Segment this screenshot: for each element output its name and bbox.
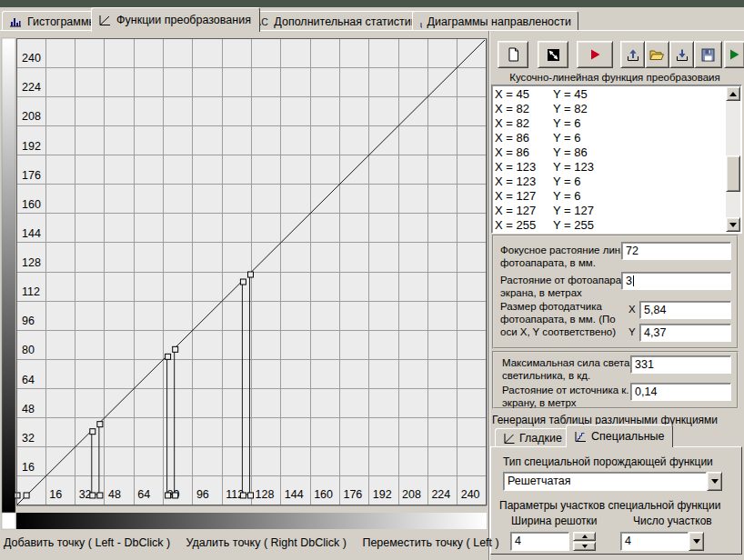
list-item[interactable]: X = 127Y = 6 (495, 189, 725, 204)
arrow-up-icon (729, 92, 737, 96)
horizontal-gradient-bar (16, 513, 487, 529)
svg-text:160: 160 (22, 198, 41, 211)
open-folder-icon (649, 48, 665, 61)
sensor-size-label: Размер фотодатчика фотоапарата, в мм. (П… (500, 300, 616, 338)
text-caret (633, 275, 634, 286)
list-item[interactable]: X = 86Y = 6 (495, 131, 725, 145)
combo-drop-button[interactable] (707, 472, 722, 491)
special-tabpage: Тип специальной порождающей функции Реше… (490, 446, 742, 555)
grid-width-spinner[interactable] (573, 532, 596, 551)
camera-params-groupbox: Фокусное растояние линзы фотоапарата, в … (492, 235, 739, 349)
svg-text:16: 16 (49, 488, 62, 501)
invert-diagonal-icon (547, 48, 560, 62)
svg-text:96: 96 (196, 488, 209, 501)
arrow-up-icon (582, 535, 588, 538)
diagonal-plot-icon (98, 15, 111, 26)
svg-text:192: 192 (373, 488, 392, 501)
svg-text:112: 112 (22, 285, 40, 298)
focal-length-input[interactable]: 72 (621, 242, 731, 260)
max-intensity-input[interactable]: 331 (630, 355, 731, 374)
grid-width-label: Ширина решотки (511, 515, 598, 527)
source-distance-input[interactable]: 0,14 (630, 383, 731, 401)
svg-text:16: 16 (22, 461, 35, 474)
window-top-strip (0, 0, 744, 7)
special-type-combobox[interactable]: Решетчатая (503, 472, 722, 491)
list-item[interactable]: X = 127Y = 127 (495, 204, 725, 218)
scroll-up-button[interactable] (726, 86, 740, 101)
svg-text:240: 240 (22, 52, 41, 65)
svg-text:128: 128 (22, 256, 41, 269)
tab-label: Диаграммы направлености (427, 15, 571, 28)
svg-text:160: 160 (314, 488, 333, 501)
tab-label: Специальные (591, 430, 665, 443)
tab-smooth[interactable]: Гладкие (495, 428, 570, 447)
svg-text:32: 32 (22, 432, 35, 445)
status-add-point: Добавить точку ( Left - DbClick ) (4, 536, 170, 549)
combo-value[interactable]: 4 (620, 532, 689, 551)
export-up-box-button[interactable] (620, 41, 645, 68)
grid-width-input[interactable]: 4 (510, 532, 569, 551)
run-green-button[interactable] (724, 41, 744, 68)
max-intensity-label: Максимальная сила света светильника, в к… (502, 356, 629, 382)
export-up-box-icon (626, 48, 640, 62)
sensor-y-input[interactable]: 4,37 (639, 324, 731, 342)
svg-text:192: 192 (22, 140, 41, 153)
svg-text:80: 80 (22, 344, 35, 356)
svg-text:96: 96 (22, 315, 35, 327)
listbox-scrollbar[interactable] (726, 86, 740, 232)
save-floppy-icon (701, 48, 715, 62)
right-panel: Кусочно-линейная функция преобразоваия X… (488, 31, 744, 560)
tab-label: Дополнительная статистика (274, 15, 422, 28)
special-params-label: Параметры участков специальной функции (499, 499, 720, 512)
new-document-button[interactable] (498, 41, 528, 68)
list-item[interactable]: X = 86Y = 86 (495, 145, 725, 160)
sections-count-combobox[interactable]: 4 (620, 532, 704, 551)
svg-text:240: 240 (461, 488, 480, 501)
sensor-x-input[interactable]: 5,84 (639, 301, 731, 319)
scrollbar-thumb[interactable] (726, 155, 740, 192)
svg-text:144: 144 (285, 488, 304, 501)
list-item[interactable]: X = 255Y = 255 (495, 218, 725, 231)
save-button[interactable] (694, 41, 722, 68)
list-item[interactable]: X = 82Y = 82 (495, 102, 725, 116)
new-document-icon (507, 47, 520, 62)
open-folder-button[interactable] (645, 41, 669, 68)
gradient-corner (2, 513, 15, 529)
spin-up-button[interactable] (573, 532, 596, 541)
import-down-box-button[interactable] (669, 41, 694, 68)
svg-text:208: 208 (22, 110, 41, 123)
combo-drop-button[interactable] (689, 532, 704, 551)
sensor-x-label: X (628, 303, 636, 315)
source-distance-label: Растояние от источника к. экрану, в метр… (502, 384, 629, 409)
list-item[interactable]: X = 123Y = 6 (495, 175, 725, 189)
camera-distance-input[interactable]: 3 (621, 272, 731, 290)
list-item[interactable]: X = 82Y = 6 (495, 116, 725, 131)
statusbar: Добавить точку ( Left - DbClick ) Удалит… (4, 536, 486, 549)
svg-text:64: 64 (137, 488, 150, 501)
svg-text:224: 224 (431, 488, 450, 501)
tab-special[interactable]: Специальные (566, 425, 673, 447)
points-listbox[interactable]: X = 45Y = 45 X = 82Y = 82 X = 82Y = 6 X … (491, 85, 742, 234)
svg-text:224: 224 (22, 81, 41, 94)
svg-text:64: 64 (22, 374, 35, 386)
invert-diagonal-button[interactable] (538, 41, 568, 68)
list-item[interactable]: X = 45Y = 45 (495, 87, 725, 102)
run-green-icon (729, 48, 740, 61)
arrow-down-icon (582, 545, 588, 548)
tab-histograms[interactable]: Гистограммы (2, 11, 105, 31)
combo-value[interactable]: Решетчатая (503, 472, 707, 491)
vertical-gradient-bar (2, 38, 15, 513)
transform-function-chart[interactable]: 1632486480961121281441601761922082242401… (0, 29, 488, 535)
spin-down-button[interactable] (573, 542, 596, 551)
list-item[interactable]: X = 123Y = 123 (495, 160, 725, 175)
tab-direction-diagrams[interactable]: Диаграммы направлености (412, 11, 578, 31)
scroll-down-button[interactable] (726, 217, 740, 232)
tab-label: Гистограммы (27, 15, 96, 28)
tab-additional-statistics[interactable]: АС Дополнительная статистика (247, 11, 425, 31)
run-red-button[interactable] (577, 41, 613, 68)
svg-text:208: 208 (402, 488, 421, 501)
tab-transform-functions[interactable]: Функции преобразования (91, 7, 260, 32)
light-params-groupbox: Максимальная сила света светильника, в к… (492, 351, 739, 409)
sections-count-label: Число участков (633, 515, 712, 527)
histogram-icon (9, 15, 22, 27)
